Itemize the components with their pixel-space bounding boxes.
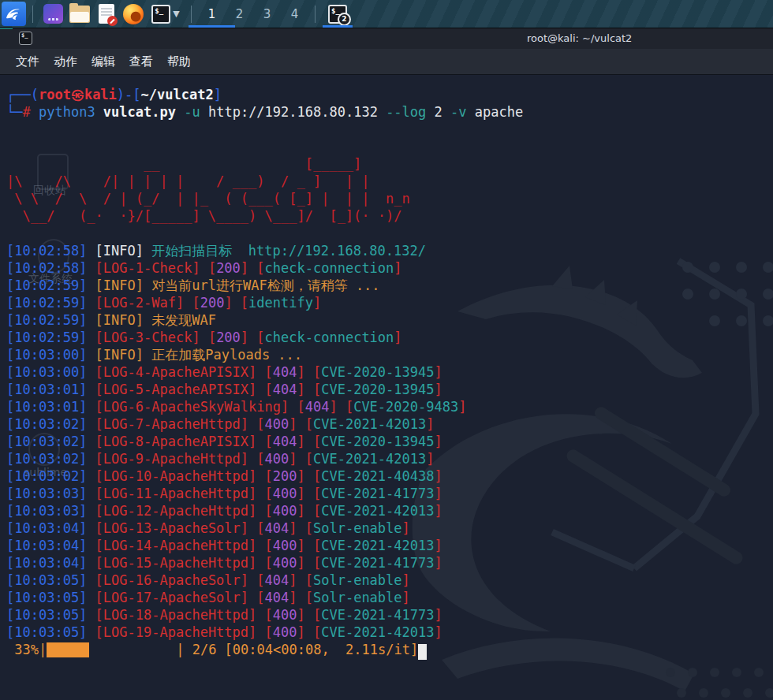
terminal-line: [10:02:59] [LOG-3-Check] [200] [check-co… [6, 329, 523, 346]
terminal-line: [10:03:04] [LOG-15-ApacheHttpd] [400] [C… [6, 554, 523, 572]
terminal-line: [10:03:04] [LOG-14-ApacheHttpd] [400] [C… [6, 537, 523, 554]
terminal-line: [10:02:59] [INFO] 未发现WAF [6, 311, 523, 329]
qterminal-window: root@kali: ~/vulcat2 文件 动作 编辑 查看 帮助 [0, 28, 773, 700]
terminal-line [6, 225, 523, 242]
terminal-line: [10:03:05] [LOG-19-ApacheHttpd] [400] [C… [6, 624, 523, 641]
window-title: root@kali: ~/vulcat2 [527, 32, 632, 44]
workspace-4[interactable]: 4 [281, 0, 308, 28]
text-editor-button[interactable] [95, 2, 118, 26]
terminal-line: [10:03:00] [INFO] 正在加载Payloads ... [6, 346, 523, 363]
workspace-1[interactable]: 1 [198, 0, 226, 28]
window-titlebar[interactable]: root@kali: ~/vulcat2 [0, 28, 773, 49]
window-count-badge: 2 [338, 13, 351, 26]
terminal-cursor [418, 644, 427, 660]
menu-file[interactable]: 文件 [14, 53, 41, 71]
menu-edit[interactable]: 编辑 [90, 53, 117, 71]
taskbar: ▼ 1 2 3 4 2 [0, 0, 773, 28]
terminal-line: [10:03:02] [LOG-8-ApacheAPISIX] [404] [C… [6, 433, 523, 450]
chevron-down-icon[interactable]: ▼ [173, 9, 179, 19]
banner-line: \__/ (_· ·}/[_____] \____) \___]/ [_](· … [6, 207, 523, 225]
terminal-line: [10:03:05] [LOG-18-ApacheHttpd] [400] [C… [6, 606, 523, 624]
kali-menu-button[interactable] [2, 2, 26, 26]
terminal-line: [10:03:01] [LOG-5-ApacheAPISIX] [404] [C… [6, 381, 523, 398]
terminal-line: [10:02:59] [INFO] 对当前url进行WAF检测，请稍等 ... [6, 277, 523, 294]
terminal-line: [10:03:05] [LOG-16-ApacheSolr] [404] [So… [6, 572, 523, 589]
taskbar-separator [315, 6, 316, 23]
firefox-button[interactable] [121, 2, 145, 26]
taskbar-qterminal-task[interactable]: 2 [322, 0, 353, 28]
menu-view[interactable]: 查看 [128, 53, 155, 71]
terminal-launcher-button[interactable]: ▼ [148, 2, 183, 26]
terminal-line: [10:03:02] [LOG-9-ApacheHttpd] [400] [CV… [6, 450, 523, 467]
workspace-2[interactable]: 2 [226, 0, 253, 28]
terminal-icon [151, 5, 170, 24]
terminal-output: ┌──(root㉿kali)-[~/vulcat2]└─# python3 vu… [6, 86, 523, 658]
terminal-line: [10:03:00] [LOG-4-ApacheAPISIX] [404] [C… [6, 363, 523, 381]
firefox-icon [123, 4, 144, 24]
terminal-line: [10:02:58] [INFO] 开始扫描目标 http://192.168.… [6, 242, 523, 259]
progress-line: 33%|| 2/6 [00:04<00:08, 2.11s/it] [6, 641, 523, 658]
edit-badge-icon [107, 16, 118, 26]
document-icon [99, 4, 114, 24]
progress-bar-fill [47, 642, 89, 657]
taskbar-separator [191, 6, 192, 23]
terminal-line: [10:03:05] [LOG-17-ApacheSolr] [404] [So… [6, 589, 523, 606]
workspace-3[interactable]: 3 [253, 0, 281, 28]
terminal-line: [10:03:03] [LOG-11-ApacheHttpd] [400] [C… [6, 485, 523, 502]
terminal-line [6, 121, 523, 138]
terminal-line: [10:03:02] [LOG-7-ApacheHttpd] [400] [CV… [6, 415, 523, 433]
workspace-switcher: 1 2 3 4 [198, 0, 308, 28]
taskbar-separator [32, 6, 33, 23]
banner-line: __ [_____] [6, 155, 523, 173]
prompt-line-2: └─# python3 vulcat.py -u http://192.168.… [6, 103, 523, 121]
folder-icon [69, 6, 90, 23]
terminal-line: [10:03:03] [LOG-12-ApacheHttpd] [400] [C… [6, 502, 523, 519]
window-terminal-icon [19, 32, 32, 45]
desktop-screen: ▼ 1 2 3 4 2 root@kali: ~/vulcat2 文件 动作 编… [0, 0, 773, 700]
banner-line: |\ /\ /| | | | | / ___) / _ ] | | [6, 173, 523, 190]
terminal-line: [10:02:59] [LOG-2-Waf] [200] [identify] [6, 294, 523, 311]
banner-line: \ \ / \ / | (_/ | |_ ( (___( [_] | | | n… [6, 190, 523, 207]
app-drawer-button[interactable] [41, 2, 65, 26]
terminal-line: [10:03:01] [LOG-6-ApacheSkyWalking] [404… [6, 398, 523, 415]
terminal-viewport[interactable]: 回收站 文件系统 sublime ┌──(root㉿kali)-[~/vulca… [0, 75, 773, 700]
terminal-line [6, 138, 523, 155]
prompt-line-1: ┌──(root㉿kali)-[~/vulcat2] [6, 86, 523, 103]
menu-help[interactable]: 帮助 [166, 53, 192, 71]
progress-bar-track [47, 642, 176, 657]
menu-actions[interactable]: 动作 [52, 53, 79, 71]
terminal-line: [10:03:04] [LOG-13-ApacheSolr] [404] [So… [6, 519, 523, 537]
window-menubar: 文件 动作 编辑 查看 帮助 [0, 49, 773, 75]
terminal-line: [10:02:58] [LOG-1-Check] [200] [check-co… [6, 259, 523, 277]
app-drawer-icon [43, 4, 63, 24]
terminal-line: [10:03:02] [LOG-10-ApacheHttpd] [200] [C… [6, 467, 523, 485]
file-manager-button[interactable] [68, 2, 91, 26]
kali-dragon-icon [5, 5, 24, 24]
